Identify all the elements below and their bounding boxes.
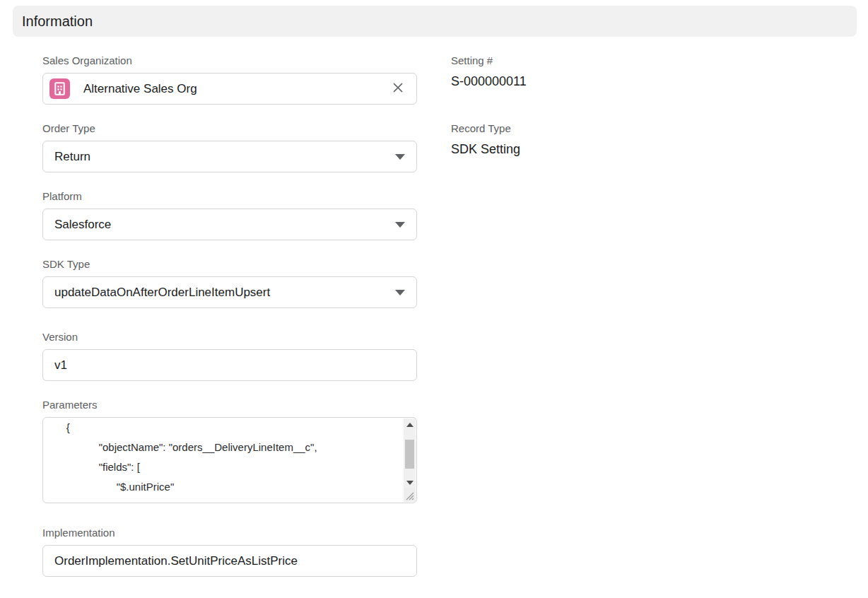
account-building-icon xyxy=(49,78,70,99)
field-sdk-type: SDK Type updateDataOnAfterOrderLineItemU… xyxy=(42,257,417,308)
field-sales-organization: Sales Organization Alternative Sales Org xyxy=(42,54,417,105)
close-icon xyxy=(392,81,404,96)
field-setting-number: Setting # S-000000011 xyxy=(451,54,748,90)
version-input[interactable] xyxy=(42,349,417,381)
sdk-type-label: SDK Type xyxy=(42,257,417,271)
order-type-label: Order Type xyxy=(42,122,417,135)
sales-organization-value: Alternative Sales Org xyxy=(70,82,389,96)
detail-right-column: Setting # S-000000011 Record Type SDK Se… xyxy=(451,54,748,158)
scrollbar-thumb[interactable] xyxy=(405,440,414,469)
field-implementation: Implementation xyxy=(42,526,417,577)
version-label: Version xyxy=(42,330,417,344)
order-type-value: Return xyxy=(54,150,90,164)
setting-number-value: S-000000011 xyxy=(451,73,748,90)
triangle-up-icon xyxy=(406,423,414,427)
sales-organization-label: Sales Organization xyxy=(42,54,417,67)
resize-grip-handle[interactable] xyxy=(404,488,416,502)
parameters-value[interactable]: { "objectName": "orders__DeliveryLineIte… xyxy=(43,418,404,503)
field-parameters: Parameters { "objectName": "orders__Deli… xyxy=(42,398,417,503)
field-platform: Platform Salesforce xyxy=(42,189,417,240)
form-left-column: Sales Organization Alternative Sales Org xyxy=(42,54,417,594)
field-order-type: Order Type Return xyxy=(42,122,417,172)
setting-number-label: Setting # xyxy=(451,54,748,67)
parameters-scrollbar[interactable] xyxy=(404,418,416,488)
order-type-select[interactable]: Return xyxy=(42,141,417,172)
sales-organization-lookup[interactable]: Alternative Sales Org xyxy=(42,73,417,105)
field-record-type: Record Type SDK Setting xyxy=(451,122,748,158)
clear-selection-button[interactable] xyxy=(389,81,406,98)
platform-label: Platform xyxy=(42,189,417,203)
scroll-down-button[interactable] xyxy=(404,476,416,488)
sdk-type-value: updateDataOnAfterOrderLineItemUpsert xyxy=(54,286,270,300)
information-section-header: Information xyxy=(13,6,857,37)
platform-select[interactable]: Salesforce xyxy=(42,209,417,240)
scroll-up-button[interactable] xyxy=(404,418,416,430)
record-type-value: SDK Setting xyxy=(451,141,748,158)
implementation-input[interactable] xyxy=(42,545,417,577)
chevron-down-icon xyxy=(395,154,405,160)
section-title: Information xyxy=(22,13,93,30)
platform-value: Salesforce xyxy=(54,218,111,232)
record-type-label: Record Type xyxy=(451,122,748,135)
parameters-label: Parameters xyxy=(42,398,417,411)
sdk-type-select[interactable]: updateDataOnAfterOrderLineItemUpsert xyxy=(42,276,417,308)
implementation-label: Implementation xyxy=(42,526,417,539)
field-version: Version xyxy=(42,330,417,381)
parameters-textarea[interactable]: { "objectName": "orders__DeliveryLineIte… xyxy=(42,417,417,503)
chevron-down-icon xyxy=(395,222,405,228)
chevron-down-icon xyxy=(395,290,405,295)
triangle-down-icon xyxy=(406,481,414,485)
